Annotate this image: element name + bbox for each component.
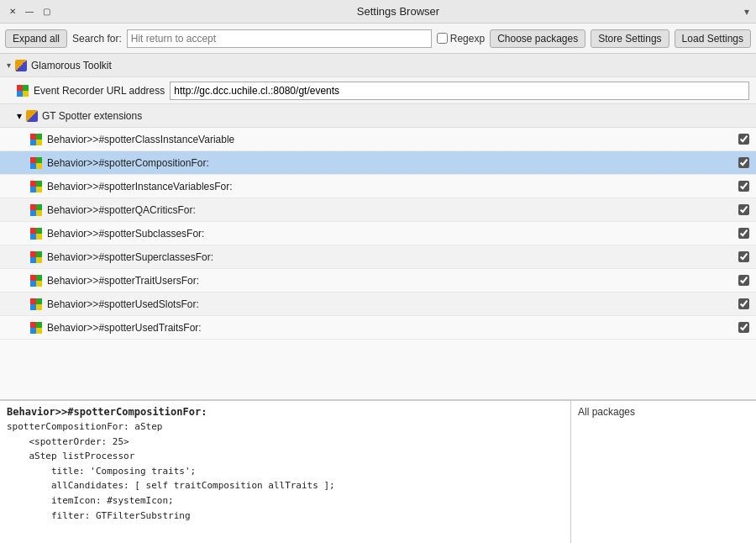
row-label: Behavior>>#spotterInstanceVariablesFor: bbox=[47, 181, 733, 192]
row-checkbox[interactable] bbox=[738, 134, 749, 145]
row-checkbox[interactable] bbox=[738, 251, 749, 262]
event-recorder-label: Event Recorder URL address bbox=[34, 85, 165, 97]
row-checkbox[interactable] bbox=[738, 204, 749, 215]
grid-icon bbox=[17, 85, 29, 97]
expand-all-button[interactable]: Expand all bbox=[5, 29, 67, 48]
gt-spotter-extensions-header[interactable]: ▾ GT Spotter extensions bbox=[0, 104, 756, 128]
gt-spotter-extensions-label: GT Spotter extensions bbox=[42, 110, 142, 122]
maximize-button[interactable]: ▢ bbox=[40, 6, 52, 18]
packages-pane: All packages bbox=[571, 401, 756, 543]
row-label: Behavior>>#spotterQACriticsFor: bbox=[47, 204, 733, 216]
gt-icon bbox=[14, 59, 28, 72]
bottom-panel: Behavior>>#spotterCompositionFor: spotte… bbox=[0, 400, 756, 543]
row-label: Behavior>>#spotterUsedSlotsFor: bbox=[47, 298, 733, 310]
tree-row[interactable]: Behavior>>#spotterCompositionFor: bbox=[0, 151, 756, 175]
title-bar: ✕ — ▢ Settings Browser ▾ bbox=[0, 0, 756, 24]
chevron-down-icon-2: ▾ bbox=[17, 110, 22, 122]
row-checkbox[interactable] bbox=[738, 322, 749, 333]
tree-area[interactable]: ▾ Glamorous Toolkit Event Recorder URL a… bbox=[0, 54, 756, 400]
grid-icon bbox=[30, 298, 42, 310]
grid-icon bbox=[30, 228, 42, 240]
tree-row[interactable]: Behavior>>#spotterTraitUsersFor: bbox=[0, 269, 756, 293]
row-checkbox[interactable] bbox=[738, 298, 749, 309]
regexp-wrap: Regexp bbox=[437, 33, 485, 45]
grid-icon bbox=[30, 134, 42, 145]
grid-icon bbox=[30, 181, 42, 192]
row-label: Behavior>>#spotterUsedTraitsFor: bbox=[47, 322, 733, 334]
window-controls: ✕ — ▢ bbox=[7, 6, 52, 18]
glamorous-toolkit-label: Glamorous Toolkit bbox=[31, 60, 112, 71]
row-label: Behavior>>#spotterTraitUsersFor: bbox=[47, 275, 733, 287]
window-title: Settings Browser bbox=[52, 5, 744, 18]
tree-rows-container: Behavior>>#spotterClassInstanceVariableB… bbox=[0, 128, 756, 340]
row-label: Behavior>>#spotterCompositionFor: bbox=[47, 157, 733, 169]
tree-row[interactable]: Behavior>>#spotterQACriticsFor: bbox=[0, 198, 756, 222]
load-settings-button[interactable]: Load Settings bbox=[675, 29, 751, 48]
row-checkbox[interactable] bbox=[738, 228, 749, 239]
main-content: ▾ Glamorous Toolkit Event Recorder URL a… bbox=[0, 54, 756, 543]
event-recorder-input[interactable] bbox=[170, 82, 749, 100]
tree-row[interactable]: Behavior>>#spotterUsedTraitsFor: bbox=[0, 316, 756, 340]
toolbar: Expand all Search for: Regexp Choose pac… bbox=[0, 24, 756, 54]
detail-method-name: Behavior>>#spotterCompositionFor: bbox=[7, 406, 564, 418]
regexp-label: Regexp bbox=[450, 33, 485, 45]
row-label: Behavior>>#spotterSuperclassesFor: bbox=[47, 251, 733, 263]
glamorous-toolkit-header[interactable]: ▾ Glamorous Toolkit bbox=[0, 54, 756, 77]
grid-icon bbox=[30, 275, 42, 287]
row-checkbox[interactable] bbox=[738, 181, 749, 192]
detail-pane: Behavior>>#spotterCompositionFor: spotte… bbox=[0, 401, 571, 543]
dropdown-arrow-icon[interactable]: ▾ bbox=[744, 6, 749, 18]
grid-icon bbox=[30, 251, 42, 263]
choose-packages-button[interactable]: Choose packages bbox=[490, 29, 585, 48]
tree-row[interactable]: Behavior>>#spotterSuperclassesFor: bbox=[0, 245, 756, 269]
tree-row[interactable]: Behavior>>#spotterClassInstanceVariable bbox=[0, 128, 756, 151]
chevron-down-icon: ▾ bbox=[7, 61, 11, 70]
regexp-checkbox[interactable] bbox=[437, 33, 448, 44]
row-checkbox[interactable] bbox=[738, 275, 749, 286]
detail-text: spotterCompositionFor: aStep <spotterOrd… bbox=[7, 419, 564, 523]
tree-row[interactable]: Behavior>>#spotterUsedSlotsFor: bbox=[0, 293, 756, 316]
grid-icon bbox=[30, 322, 42, 334]
search-input[interactable] bbox=[127, 29, 432, 48]
packages-label: All packages bbox=[578, 406, 635, 418]
row-label: Behavior>>#spotterSubclassesFor: bbox=[47, 228, 733, 240]
row-label: Behavior>>#spotterClassInstanceVariable bbox=[47, 134, 733, 145]
tree-row[interactable]: Behavior>>#spotterInstanceVariablesFor: bbox=[0, 175, 756, 198]
grid-icon bbox=[30, 157, 42, 169]
grid-icon bbox=[30, 204, 42, 216]
minimize-button[interactable]: — bbox=[24, 6, 35, 18]
tree-row[interactable]: Behavior>>#spotterSubclassesFor: bbox=[0, 222, 756, 245]
row-checkbox[interactable] bbox=[738, 157, 749, 168]
gt-spotter-icon bbox=[25, 109, 39, 123]
close-button[interactable]: ✕ bbox=[7, 6, 18, 18]
event-recorder-row: Event Recorder URL address bbox=[0, 77, 756, 104]
store-settings-button[interactable]: Store Settings bbox=[591, 29, 669, 48]
search-label: Search for: bbox=[72, 33, 122, 45]
